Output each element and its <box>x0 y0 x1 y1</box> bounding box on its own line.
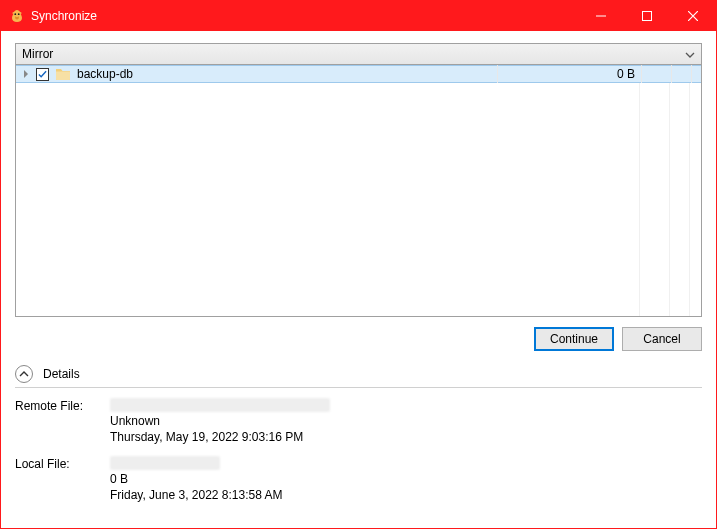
titlebar[interactable]: Synchronize <box>1 1 716 31</box>
window-title: Synchronize <box>31 9 578 23</box>
column-spacer <box>641 65 671 83</box>
local-file-timestamp: Friday, June 3, 2022 8:13:58 AM <box>110 488 702 502</box>
folder-icon <box>55 67 71 81</box>
minimize-button[interactable] <box>578 1 624 31</box>
details-label: Details <box>43 367 80 381</box>
file-list-body[interactable] <box>16 83 701 316</box>
column-spacer <box>691 65 701 83</box>
continue-button[interactable]: Continue <box>534 327 614 351</box>
synchronize-window: Synchronize Mirror <box>0 0 717 529</box>
mode-dropdown-value: Mirror <box>22 47 53 61</box>
details-header[interactable]: Details <box>15 365 702 388</box>
remote-file-label: Remote File: <box>15 398 110 444</box>
maximize-button[interactable] <box>624 1 670 31</box>
close-button[interactable] <box>670 1 716 31</box>
list-item[interactable]: backup-db 0 B <box>16 65 701 83</box>
details-toggle[interactable] <box>15 365 33 383</box>
local-file-path-redacted <box>110 456 220 470</box>
expand-icon[interactable] <box>20 70 32 78</box>
svg-rect-2 <box>643 12 652 21</box>
item-size: 0 B <box>497 65 641 83</box>
chevron-down-icon <box>685 47 695 61</box>
cancel-button[interactable]: Cancel <box>622 327 702 351</box>
remote-file-timestamp: Thursday, May 19, 2022 9:03:16 PM <box>110 430 702 444</box>
details-panel: Remote File: Unknown Thursday, May 19, 2… <box>15 398 702 502</box>
remote-file-path-redacted <box>110 398 330 412</box>
mode-dropdown[interactable]: Mirror <box>15 43 702 65</box>
local-file-size: 0 B <box>110 472 702 486</box>
item-checkbox[interactable] <box>36 68 49 81</box>
app-icon <box>9 8 25 24</box>
svg-point-0 <box>14 13 16 15</box>
file-list[interactable]: backup-db 0 B <box>15 65 702 317</box>
svg-point-1 <box>18 13 20 15</box>
remote-file-status: Unknown <box>110 414 702 428</box>
item-name: backup-db <box>77 67 497 81</box>
local-file-label: Local File: <box>15 456 110 502</box>
column-spacer <box>671 65 691 83</box>
